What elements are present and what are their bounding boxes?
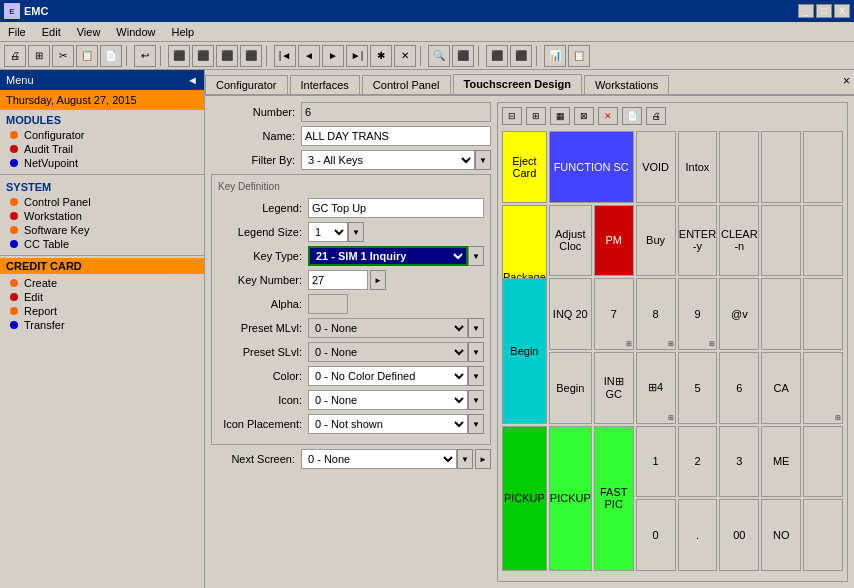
ts-cell-me[interactable]: ME [761,426,801,498]
sidebar-item-report[interactable]: Report [0,304,204,318]
ts-tool-grid2[interactable]: ⊞ [526,107,546,125]
ts-cell-void[interactable]: VOID [636,131,676,203]
toolbar-btn-nav-first[interactable]: |◄ [274,45,296,67]
ts-cell-1[interactable]: 1 [636,426,676,498]
sidebar-pin-button[interactable]: ◄ [187,74,198,86]
ts-cell-8[interactable]: 8 ⊞ [636,278,676,350]
ts-cell-clear-n[interactable]: CLEAR -n [719,205,759,277]
ts-cell-3[interactable]: 3 [719,426,759,498]
toolbar-btn-undo[interactable]: ↩ [134,45,156,67]
sidebar-item-workstation[interactable]: Workstation [0,209,204,223]
ts-cell-pickup-green[interactable]: PICKUP [502,426,547,571]
key-number-input[interactable] [308,270,368,290]
toolbar-btn-10[interactable]: ⬛ [452,45,474,67]
key-type-select[interactable]: 21 - SIM 1 Inquiry [308,246,468,266]
sidebar-item-control-panel[interactable]: Control Panel [0,195,204,209]
ts-cell-6[interactable]: 6 [719,352,759,424]
filter-by-select[interactable]: 3 - All Keys [301,150,475,170]
toolbar-btn-nav-next[interactable]: ► [322,45,344,67]
ts-cell-2[interactable]: 2 [678,426,718,498]
sidebar-item-netvupoint[interactable]: NetVupoint [0,156,204,170]
ts-cell-empty-r1c7[interactable] [761,131,801,203]
legend-size-dropdown-btn[interactable]: ▼ [348,222,364,242]
tab-touchscreen-design[interactable]: Touchscreen Design [453,74,582,94]
alpha-input[interactable] [308,294,348,314]
legend-size-select[interactable]: 1 [308,222,348,242]
key-type-dropdown-btn[interactable]: ▼ [468,246,484,266]
filter-by-dropdown-btn[interactable]: ▼ [475,150,491,170]
ts-cell-0[interactable]: 0 [636,499,676,571]
minimize-button[interactable]: _ [798,4,814,18]
menu-file[interactable]: File [4,25,30,39]
icon-select[interactable]: 0 - None [308,390,468,410]
ts-cell-pickup-lime[interactable]: PICKUP [549,426,592,571]
ts-cell-empty-r3c8[interactable] [803,278,843,350]
ts-cell-7[interactable]: 7 ⊞ [594,278,634,350]
icon-placement-select[interactable]: 0 - Not shown [308,414,468,434]
toolbar-btn-5[interactable]: 📄 [100,45,122,67]
toolbar-btn-search[interactable]: 🔍 [428,45,450,67]
toolbar-btn-11[interactable]: ⬛ [486,45,508,67]
ts-cell-empty-r2c7[interactable] [761,205,801,277]
ts-cell-ca[interactable]: CA [761,352,801,424]
ts-cell-buy[interactable]: Buy [636,205,676,277]
toolbar-btn-nav-prev[interactable]: ◄ [298,45,320,67]
ts-cell-adjust-cloc[interactable]: Adjust Cloc [549,205,592,277]
number-input[interactable] [301,102,491,122]
sidebar-item-cc-table[interactable]: CC Table [0,237,204,251]
ts-cell-begin-cyan[interactable]: Begin [502,278,547,423]
toolbar-btn-14[interactable]: 📋 [568,45,590,67]
ts-cell-inq20[interactable]: INQ 20 [549,278,592,350]
ts-cell-function-sc[interactable]: FUNCTION SC [549,131,634,203]
sidebar-item-create[interactable]: Create [0,276,204,290]
ts-cell-empty-r1c6[interactable] [719,131,759,203]
sidebar-item-software-key[interactable]: Software Key [0,223,204,237]
ts-cell-dot[interactable]: . [678,499,718,571]
ts-tool-grid3[interactable]: ▦ [550,107,570,125]
key-number-nav-btn[interactable]: ► [370,270,386,290]
sidebar-item-edit[interactable]: Edit [0,290,204,304]
toolbar-btn-4[interactable]: 📋 [76,45,98,67]
preset-mlvl-select[interactable]: 0 - None [308,318,468,338]
ts-cell-9[interactable]: 9 ⊞ [678,278,718,350]
ts-cell-at-v[interactable]: @v [719,278,759,350]
legend-input[interactable] [308,198,484,218]
menu-view[interactable]: View [73,25,105,39]
ts-tool-copy[interactable]: 📄 [622,107,642,125]
ts-tool-grid1[interactable]: ⊟ [502,107,522,125]
toolbar-btn-6[interactable]: ⬛ [168,45,190,67]
menu-help[interactable]: Help [167,25,198,39]
ts-cell-empty-r4c8[interactable]: ⊞ [803,352,843,424]
ts-cell-empty-r3c7[interactable] [761,278,801,350]
ts-cell-begin-gray[interactable]: Begin [549,352,592,424]
ts-cell-no[interactable]: NO [761,499,801,571]
ts-cell-pm[interactable]: PM [594,205,634,277]
ts-cell-intox[interactable]: Intox [678,131,718,203]
tab-configurator[interactable]: Configurator [205,75,288,94]
toolbar-btn-2[interactable]: ⊞ [28,45,50,67]
menu-edit[interactable]: Edit [38,25,65,39]
maximize-button[interactable]: □ [816,4,832,18]
close-button[interactable]: X [834,4,850,18]
ts-cell-5[interactable]: 5 [678,352,718,424]
sidebar-item-transfer[interactable]: Transfer [0,318,204,332]
sidebar-item-audit-trail[interactable]: Audit Trail [0,142,204,156]
ts-cell-fast-pic[interactable]: FAST PIC [594,426,634,571]
ts-tool-grid4[interactable]: ⊠ [574,107,594,125]
next-screen-nav-btn[interactable]: ► [475,449,491,469]
ts-cell-empty-r5c8[interactable] [803,426,843,498]
color-select[interactable]: 0 - No Color Defined [308,366,468,386]
toolbar-btn-7[interactable]: ⬛ [192,45,214,67]
menu-window[interactable]: Window [112,25,159,39]
toolbar-btn-9[interactable]: ⬛ [240,45,262,67]
toolbar-btn-nav-last[interactable]: ►| [346,45,368,67]
tab-control-panel[interactable]: Control Panel [362,75,451,94]
preset-slvl-select[interactable]: 0 - None [308,342,468,362]
preset-mlvl-dropdown-btn[interactable]: ▼ [468,318,484,338]
tab-interfaces[interactable]: Interfaces [290,75,360,94]
color-dropdown-btn[interactable]: ▼ [468,366,484,386]
ts-cell-eject-card[interactable]: Eject Card [502,131,547,203]
toolbar-btn-13[interactable]: 📊 [544,45,566,67]
toolbar-btn-8[interactable]: ⬛ [216,45,238,67]
toolbar-btn-1[interactable]: 🖨 [4,45,26,67]
